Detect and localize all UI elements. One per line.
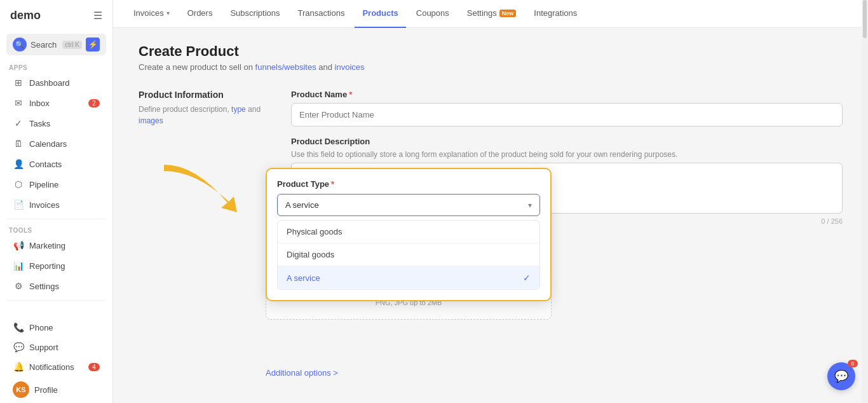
main-content: Invoices ▾ Orders Subscriptions Transact… <box>113 0 868 403</box>
nav-products[interactable]: Products <box>355 0 405 28</box>
nav-coupons[interactable]: Coupons <box>409 0 457 28</box>
dropdown-option-digital[interactable]: Digital goods <box>278 243 539 266</box>
nav-orders[interactable]: Orders <box>180 0 220 28</box>
product-name-label: Product Name * <box>291 90 843 99</box>
page-title: Create Product <box>139 43 843 60</box>
sidebar: demo ☰ 🔍 Search ctrl K ⚡ Apps ⊞ Dashboar… <box>0 0 113 403</box>
sidebar-item-settings[interactable]: ⚙ Settings <box>4 277 109 296</box>
check-icon: ✓ <box>523 273 531 283</box>
sidebar-item-contacts[interactable]: 👤 Contacts <box>4 154 109 174</box>
sidebar-item-profile[interactable]: KS Profile <box>4 377 109 402</box>
sidebar-item-label: Settings <box>29 282 59 291</box>
marketing-icon: 📢 <box>13 240 24 250</box>
sidebar-item-reporting[interactable]: 📊 Reporting <box>4 256 109 275</box>
tasks-icon: ✓ <box>13 118 24 128</box>
sidebar-item-support[interactable]: 💬 Support <box>4 338 109 357</box>
sidebar-item-label: Inbox <box>29 99 50 108</box>
product-type-label: Product Type * <box>277 179 540 189</box>
chevron-down-icon: ▾ <box>528 201 532 210</box>
sidebar-bottom: 📞 Phone 💬 Support 🔔 Notifications 4 KS P… <box>0 317 112 403</box>
sidebar-item-label: Calendars <box>29 139 67 149</box>
logo-text: demo <box>10 9 41 22</box>
arrow-container <box>145 152 272 243</box>
sidebar-item-invoices[interactable]: 📄 Invoices <box>4 195 109 214</box>
sidebar-item-label: Phone <box>29 323 53 332</box>
dropdown-option-service[interactable]: A service ✓ <box>278 266 539 289</box>
inbox-icon: ✉ <box>13 98 24 108</box>
arrow-icon <box>145 152 272 241</box>
calendars-icon: 🗓 <box>13 139 24 149</box>
sidebar-item-notifications[interactable]: 🔔 Notifications 4 <box>4 357 109 376</box>
tools-section-label: Tools <box>0 223 112 235</box>
sidebar-item-label: Notifications <box>29 362 74 372</box>
funnels-link[interactable]: funnels/websites <box>255 62 316 72</box>
settings-icon: ⚙ <box>13 281 24 291</box>
sidebar-item-label: Marketing <box>29 241 65 250</box>
support-icon: 💬 <box>13 342 24 352</box>
section-title: Product Information <box>139 90 266 100</box>
avatar: KS <box>13 381 29 398</box>
nav-subscriptions[interactable]: Subscriptions <box>222 0 287 28</box>
contacts-icon: 👤 <box>13 159 24 169</box>
scrollbar[interactable] <box>862 0 868 403</box>
required-asterisk: * <box>349 90 352 99</box>
invoices-link[interactable]: invoices <box>335 62 365 72</box>
dashboard-icon: ⊞ <box>13 78 24 88</box>
nav-transactions[interactable]: Transactions <box>290 0 352 28</box>
sidebar-divider-2 <box>6 300 106 301</box>
sidebar-item-pipeline[interactable]: ⬡ Pipeline <box>4 175 109 194</box>
page-content: Create Product Create a new product to s… <box>113 28 868 403</box>
sidebar-item-label: Pipeline <box>29 180 58 189</box>
sidebar-item-phone[interactable]: 📞 Phone <box>4 318 109 337</box>
search-bar[interactable]: 🔍 Search ctrl K ⚡ <box>6 34 106 55</box>
product-desc-label: Product Description <box>291 137 843 146</box>
desc-hint: Use this field to optionally store a lon… <box>291 150 843 159</box>
hamburger-icon[interactable]: ☰ <box>93 10 102 22</box>
sidebar-item-label: Contacts <box>29 160 62 169</box>
product-type-dropdown-overlay: Product Type * A service ▾ Physical good… <box>266 168 552 301</box>
inbox-badge: 2 <box>88 99 100 107</box>
additional-options-link[interactable]: Additional options > <box>266 368 338 378</box>
chevron-down-icon: ▾ <box>166 10 170 17</box>
sidebar-item-label: Invoices <box>29 200 60 210</box>
invoices-icon: 📄 <box>13 200 24 210</box>
chat-bubble-button[interactable]: 💬 8 <box>827 362 855 390</box>
sidebar-item-inbox[interactable]: ✉ Inbox 2 <box>4 93 109 113</box>
product-type-select[interactable]: A service ▾ <box>277 194 540 216</box>
phone-icon: 📞 <box>13 322 24 332</box>
sidebar-logo-area: demo ☰ <box>0 0 112 31</box>
sidebar-item-marketing[interactable]: 📢 Marketing <box>4 236 109 255</box>
product-name-input[interactable] <box>291 103 843 126</box>
chat-badge: 8 <box>848 360 858 367</box>
required-asterisk: * <box>331 179 334 189</box>
search-icon: 🔍 <box>13 38 27 51</box>
notifications-icon: 🔔 <box>13 362 24 372</box>
dropdown-options-list: Physical goods Digital goods A service ✓ <box>277 220 540 290</box>
type-link[interactable]: type <box>231 105 246 114</box>
sidebar-item-label: Dashboard <box>29 78 70 88</box>
settings-new-badge: New <box>499 10 517 17</box>
sidebar-item-label: Support <box>29 343 58 352</box>
search-shortcut: ctrl K <box>62 41 82 49</box>
search-label: Search <box>31 40 58 50</box>
notifications-badge: 4 <box>88 363 100 371</box>
images-link[interactable]: images <box>139 116 163 125</box>
pipeline-icon: ⬡ <box>13 179 24 189</box>
dropdown-option-physical[interactable]: Physical goods <box>278 221 539 243</box>
apps-section-label: Apps <box>0 60 112 72</box>
sidebar-item-label: Reporting <box>29 261 65 271</box>
nav-integrations[interactable]: Integrations <box>526 0 585 28</box>
nav-settings[interactable]: Settings New <box>459 0 524 28</box>
selected-value: A service <box>285 200 319 210</box>
page-subtitle: Create a new product to sell on funnels/… <box>139 62 843 72</box>
scroll-thumb[interactable] <box>863 0 867 38</box>
sidebar-item-tasks[interactable]: ✓ Tasks <box>4 114 109 133</box>
sidebar-item-dashboard[interactable]: ⊞ Dashboard <box>4 73 109 92</box>
section-desc: Define product description, type and ima… <box>139 104 266 126</box>
sidebar-divider <box>6 219 106 219</box>
sidebar-item-calendars[interactable]: 🗓 Calendars <box>4 134 109 153</box>
nav-invoices[interactable]: Invoices ▾ <box>126 0 177 28</box>
product-name-field: Product Name * <box>291 90 843 126</box>
sidebar-item-label: Profile <box>34 385 58 395</box>
topnav: Invoices ▾ Orders Subscriptions Transact… <box>113 0 868 28</box>
